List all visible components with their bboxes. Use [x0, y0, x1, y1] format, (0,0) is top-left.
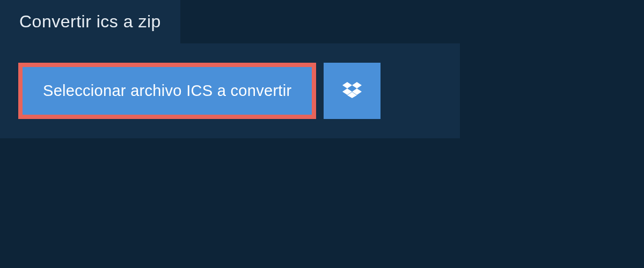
tab-convert[interactable]: Convertir ics a zip [0, 0, 180, 43]
converter-panel: Seleccionar archivo ICS a convertir [0, 43, 460, 138]
button-row: Seleccionar archivo ICS a convertir [18, 63, 442, 119]
tab-label: Convertir ics a zip [19, 12, 161, 31]
dropbox-button[interactable] [324, 63, 380, 119]
select-file-label: Seleccionar archivo ICS a convertir [43, 82, 291, 100]
select-file-button[interactable]: Seleccionar archivo ICS a convertir [18, 63, 316, 119]
tab-bar: Convertir ics a zip [0, 0, 644, 43]
dropbox-icon [342, 80, 362, 102]
